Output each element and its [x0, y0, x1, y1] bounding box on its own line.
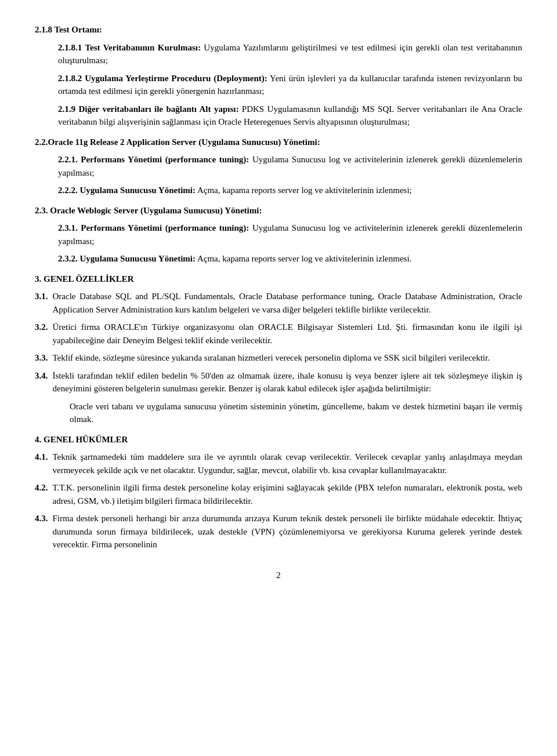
page-number: 2: [35, 569, 522, 582]
heading-2-2: 2.2.Oracle 11g Release 2 Application Ser…: [35, 136, 522, 149]
text-2-2-2: Açma, kapama reports server log ve aktiv…: [196, 186, 412, 195]
heading-2-3: 2.3. Oracle Weblogic Server (Uygulama Su…: [35, 204, 522, 217]
para-4-2: 4.2. T.T.K. personelinin ilgili firma de…: [35, 481, 522, 507]
label-2-1-8-1: 2.1.8.1 Test Veritabanının Kurulması:: [58, 43, 201, 52]
section-2-1-8: 2.1.8 Test Ortamı: 2.1.8.1 Test Veritaba…: [35, 23, 522, 129]
label-4-2: 4.2.: [35, 481, 48, 507]
text-4-1: Teknik şartnamedeki tüm maddelere sıra i…: [53, 450, 523, 477]
label-4-1: 4.1.: [35, 450, 48, 477]
para-2-1-8-2: 2.1.8.2 Uygulama Yerleştirme Proceduru (…: [58, 72, 522, 98]
para-3-2: 3.2. Üretici firma ORACLE'ın Türkiye org…: [35, 321, 522, 347]
heading-2-3-text: 2.3. Oracle Weblogic Server (Uygulama Su…: [35, 206, 262, 215]
label-2-2-1: 2.2.1. Performans Yönetimi (performance …: [58, 155, 249, 164]
section-2-3: 2.3. Oracle Weblogic Server (Uygulama Su…: [35, 204, 522, 266]
para-2-2-2: 2.2.2. Uygulama Sunucusu Yönetimi: Açma,…: [58, 184, 522, 197]
text-3-1: Oracle Database SQL and PL/SQL Fundament…: [53, 290, 523, 316]
text-3-3: Teklif ekinde, sözleşme süresince yukarı…: [53, 351, 490, 365]
heading-2-2-text: 2.2.Oracle 11g Release 2 Application Ser…: [35, 137, 320, 147]
label-2-1-8-2: 2.1.8.2 Uygulama Yerleştirme Proceduru (…: [58, 74, 267, 83]
para-4-3: 4.3. Firma destek personeli herhangi bir…: [35, 512, 522, 551]
text-2-3-2: Açma, kapama reports server log ve aktiv…: [196, 254, 411, 263]
para-3-3: 3.3. Teklif ekinde, sözleşme süresince y…: [35, 351, 522, 365]
label-3-1: 3.1.: [35, 290, 48, 316]
text-4-2: T.T.K. personelinin ilgili firma destek …: [53, 481, 523, 507]
label-2-3-2: 2.3.2. Uygulama Sunucusu Yönetimi:: [58, 254, 196, 263]
subtext-3-4: Oracle veri tabanı ve uygulama sunucusu …: [70, 400, 522, 426]
para-2-2-1: 2.2.1. Performans Yönetimi (performance …: [58, 153, 522, 179]
section-2-2: 2.2.Oracle 11g Release 2 Application Ser…: [35, 136, 522, 197]
text-3-4: İstekli tarafından teklif edilen bedelin…: [53, 369, 523, 395]
para-2-3-1: 2.3.1. Performans Yönetimi (performance …: [58, 221, 522, 248]
label-4-3: 4.3.: [35, 512, 48, 551]
text-3-2: Üretici firma ORACLE'ın Türkiye organiza…: [53, 321, 523, 347]
heading-3: 3. GENEL ÖZELLİKLER: [35, 272, 522, 286]
heading-4: 4. GENEL HÜKÜMLER: [35, 433, 522, 446]
heading-4-text: 4. GENEL HÜKÜMLER: [35, 435, 128, 444]
label-3-4: 3.4.: [35, 369, 48, 395]
para-2-1-8-1: 2.1.8.1 Test Veritabanının Kurulması: Uy…: [58, 41, 522, 67]
para-3-1: 3.1. Oracle Database SQL and PL/SQL Fund…: [35, 290, 522, 316]
para-3-4: 3.4. İstekli tarafından teklif edilen be…: [35, 369, 522, 395]
para-4-1: 4.1. Teknik şartnamedeki tüm maddelere s…: [35, 450, 522, 477]
heading-2-1-8: 2.1.8 Test Ortamı:: [35, 23, 522, 37]
text-4-3: Firma destek personeli herhangi bir arız…: [53, 512, 523, 551]
section-4: 4. GENEL HÜKÜMLER 4.1. Teknik şartnamede…: [35, 433, 522, 551]
heading-2-1-8-text: 2.1.8 Test Ortamı:: [35, 25, 102, 34]
label-2-3-1: 2.3.1. Performans Yönetimi (performance …: [58, 223, 249, 232]
para-2-1-9: 2.1.9 Diğer veritabanları ile bağlantı A…: [58, 103, 522, 129]
section-3: 3. GENEL ÖZELLİKLER 3.1. Oracle Database…: [35, 272, 522, 426]
label-2-2-2: 2.2.2. Uygulama Sunucusu Yönetimi:: [58, 186, 196, 195]
heading-3-text: 3. GENEL ÖZELLİKLER: [35, 274, 133, 284]
label-3-2: 3.2.: [35, 321, 48, 347]
label-2-1-9: 2.1.9 Diğer veritabanları ile bağlantı A…: [58, 104, 238, 114]
document-content: 2.1.8 Test Ortamı: 2.1.8.1 Test Veritaba…: [35, 23, 522, 581]
para-2-3-2: 2.3.2. Uygulama Sunucusu Yönetimi: Açma,…: [58, 252, 522, 266]
label-3-3: 3.3.: [35, 351, 48, 365]
